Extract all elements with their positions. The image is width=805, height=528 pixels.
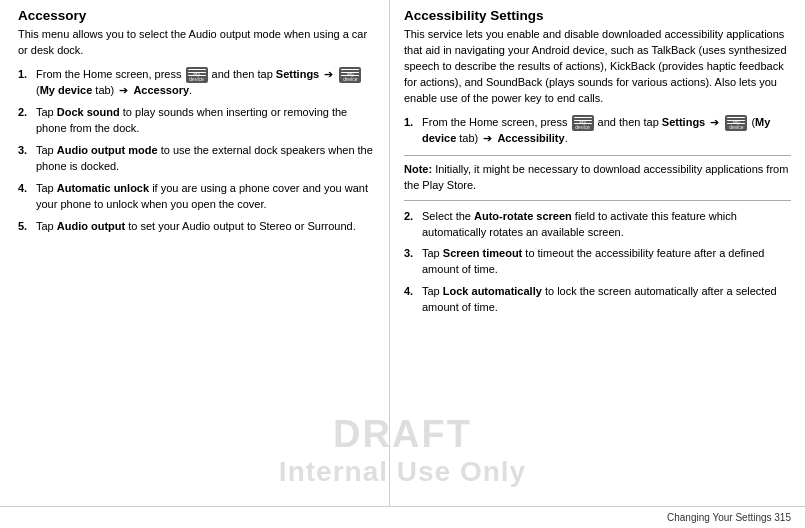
bold-text: Settings	[662, 116, 705, 128]
list-item: 1. From the Home screen, press My device…	[404, 115, 791, 147]
my-device-icon: My device	[725, 115, 747, 131]
list-item: 4. Tap Lock automatically to lock the sc…	[404, 284, 791, 316]
right-steps-list-1: 1. From the Home screen, press My device…	[404, 115, 791, 147]
bold-text: Audio output	[57, 220, 125, 232]
list-item: 3. Tap Screen timeout to timeout the acc…	[404, 246, 791, 278]
bold-text: Auto-rotate screen	[474, 210, 572, 222]
step-content: Tap Audio output mode to use the externa…	[36, 143, 375, 175]
step-content: Tap Dock sound to play sounds when inser…	[36, 105, 375, 137]
list-item: 5. Tap Audio output to set your Audio ou…	[18, 219, 375, 235]
list-item: 2. Select the Auto-rotate screen field t…	[404, 209, 791, 241]
left-column: Accessory This menu allows you to select…	[0, 0, 390, 528]
bold-text: Dock sound	[57, 106, 120, 118]
step-num: 3.	[18, 143, 36, 175]
home-icon: My device	[572, 115, 594, 131]
bold-text: Automatic unlock	[57, 182, 149, 194]
step-num: 3.	[404, 246, 422, 278]
right-section-title: Accessibility Settings	[404, 8, 791, 23]
step-num: 4.	[18, 181, 36, 213]
bold-text: Audio output mode	[57, 144, 158, 156]
home-icon: My device	[186, 67, 208, 83]
step-content: Tap Audio output to set your Audio outpu…	[36, 219, 375, 235]
my-device-icon: My device	[339, 67, 361, 83]
note-text: Initially, it might be necessary to down…	[404, 163, 788, 191]
left-steps-list: 1. From the Home screen, press My device…	[18, 67, 375, 235]
step-num: 2.	[18, 105, 36, 137]
right-steps-list-2: 2. Select the Auto-rotate screen field t…	[404, 209, 791, 317]
footer-text: Changing Your Settings 315	[667, 512, 791, 523]
bold-text: Lock automatically	[443, 285, 542, 297]
arrow-icon: ➔	[119, 84, 128, 96]
note-box: Note: Initially, it might be necessary t…	[404, 155, 791, 201]
bold-text: Accessibility	[497, 132, 564, 144]
right-column: Accessibility Settings This service lets…	[390, 0, 805, 528]
left-section-intro: This menu allows you to select the Audio…	[18, 27, 375, 59]
note-label: Note:	[404, 163, 432, 175]
step-content: Tap Lock automatically to lock the scree…	[422, 284, 791, 316]
list-item: 3. Tap Audio output mode to use the exte…	[18, 143, 375, 175]
bold-text: Settings	[276, 68, 319, 80]
right-section-intro: This service lets you enable and disable…	[404, 27, 791, 107]
list-item: 2. Tap Dock sound to play sounds when in…	[18, 105, 375, 137]
step-content: Tap Automatic unlock if you are using a …	[36, 181, 375, 213]
arrow-icon: ➔	[483, 132, 492, 144]
page-container: Accessory This menu allows you to select…	[0, 0, 805, 528]
step-num: 1.	[404, 115, 422, 147]
step-content: From the Home screen, press My device an…	[36, 67, 375, 99]
step-num: 4.	[404, 284, 422, 316]
bold-text: Accessory	[133, 84, 189, 96]
arrow-icon: ➔	[324, 68, 333, 80]
list-item: 4. Tap Automatic unlock if you are using…	[18, 181, 375, 213]
bold-text: Screen timeout	[443, 247, 522, 259]
left-section-title: Accessory	[18, 8, 375, 23]
bold-text: My device	[40, 84, 93, 96]
arrow-icon: ➔	[710, 116, 719, 128]
step-num: 2.	[404, 209, 422, 241]
step-num: 5.	[18, 219, 36, 235]
list-item: 1. From the Home screen, press My device…	[18, 67, 375, 99]
footer-bar: Changing Your Settings 315	[0, 506, 805, 528]
step-content: Tap Screen timeout to timeout the access…	[422, 246, 791, 278]
step-num: 1.	[18, 67, 36, 99]
step-content: From the Home screen, press My device an…	[422, 115, 791, 147]
step-content: Select the Auto-rotate screen field to a…	[422, 209, 791, 241]
